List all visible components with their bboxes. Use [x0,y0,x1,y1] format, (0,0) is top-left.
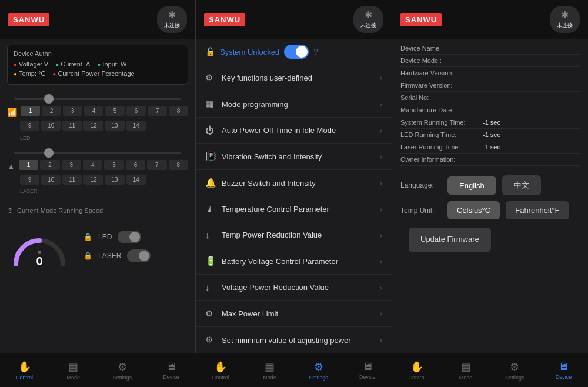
led-num-7[interactable]: 7 [148,106,167,116]
input-label: Input: [102,61,119,68]
menu-item-auto-power-off[interactable]: ⏻ Auto Power Off Time in Idle Mode › [196,118,392,144]
right-nav-control[interactable]: ✋ Control [392,353,441,387]
system-unlock-toggle[interactable] [284,45,309,59]
power-pct-dot: ● [52,71,56,77]
menu-item-voltage-reduction-label: Voltage Power Reduction Value [222,283,379,292]
right-nav-device[interactable]: 🖥 Device [539,353,588,387]
left-nav-control[interactable]: ✋ Control [0,353,49,387]
led-num-2[interactable]: 2 [42,106,61,116]
laser-num-11[interactable]: 11 [62,175,82,185]
right-nav-settings[interactable]: ⚙ Settings [490,353,539,387]
menu-item-temp-control[interactable]: 🌡 Temperature Control Parameter › [196,196,392,222]
temp-control-icon: 🌡 [205,204,222,214]
led-toggle-switch[interactable] [118,231,141,243]
menu-item-temp-reduction[interactable]: ↓ Temp Power Reduction Value › [196,222,392,248]
menu-item-vibration-label: Vibration Switch and Intensity [222,152,379,161]
help-icon[interactable]: ? [313,47,318,56]
chinese-btn[interactable]: 中文 [502,175,541,195]
right-control-icon: ✋ [410,361,423,373]
laser-num-13[interactable]: 13 [105,175,125,185]
laser-toggle-switch[interactable] [127,249,151,262]
auto-power-off-chevron: › [379,126,382,135]
right-nav-mode[interactable]: ▤ Mode [442,353,490,387]
celsius-btn[interactable]: Celsius°C [447,201,500,219]
laser-num-12[interactable]: 12 [83,175,103,185]
manufacture-date-row: Manufacture Date: [400,104,580,116]
left-panel: SANWU ✱ 未连接 Device Authn ● Voltage: V ● … [0,0,196,353]
laser-num-14[interactable]: 14 [126,175,146,185]
middle-bluetooth-btn[interactable]: ✱ 未连接 [353,6,383,33]
middle-bt-label: 未连接 [360,22,376,29]
laser-num-3[interactable]: 3 [62,160,81,170]
led-num-1[interactable]: 1 [21,106,40,116]
laser-num-4[interactable]: 4 [83,160,102,170]
middle-nav-settings[interactable]: ⚙ Settings [294,353,343,387]
laser-num-1[interactable]: 1 [19,160,38,170]
menu-item-key-functions[interactable]: ⚙ Key functions user-defined › [196,65,392,91]
led-wifi-icon: 📶 [7,108,17,117]
left-nav-device[interactable]: 🖥 Device [147,353,196,387]
update-firmware-btn[interactable]: Update Firmware [409,228,491,252]
laser-num-9[interactable]: 9 [20,175,39,185]
laser-num-5[interactable]: 5 [104,160,123,170]
menu-item-min-power[interactable]: ⚙ Set minimum value of adjusting power › [196,327,392,353]
led-num-5[interactable]: 5 [105,106,125,116]
middle-nav-device[interactable]: 🖥 Device [343,353,392,387]
gauge-container: 0 [7,220,72,273]
left-settings-label: Settings [113,375,132,381]
laser-num-8[interactable]: 8 [169,160,188,170]
laser-num-10[interactable]: 10 [41,175,61,185]
buzzer-icon: 🔔 [205,178,222,188]
menu-item-temp-control-label: Temperature Control Parameter [222,205,379,213]
menu-item-key-functions-label: Key functions user-defined [222,74,379,82]
menu-item-buzzer[interactable]: 🔔 Buzzer Switch and Intensity › [196,170,392,196]
led-num-14[interactable]: 14 [126,121,146,131]
vibration-chevron: › [379,152,382,161]
left-bluetooth-btn[interactable]: ✱ 未连接 [157,6,187,33]
input-val: W [121,61,126,68]
middle-nav-control[interactable]: ✋ Control [196,353,245,387]
laser-slider-track[interactable] [14,152,181,154]
menu-item-vibration[interactable]: 📳 Vibration Switch and Intensity › [196,144,392,170]
device-authn: Device Authn [14,50,182,57]
laser-num-7[interactable]: 7 [147,160,166,170]
laser-num-6[interactable]: 6 [126,160,145,170]
led-num-13[interactable]: 13 [105,121,125,131]
middle-control-icon: ✋ [214,361,227,373]
vibration-icon: 📳 [205,151,222,162]
led-num-3[interactable]: 3 [63,106,82,116]
led-num-12[interactable]: 12 [83,121,103,131]
led-slider-container [7,95,188,106]
left-nav-section: ✋ Control ▤ Mode ⚙ Settings 🖥 Device [0,353,196,387]
left-nav-settings[interactable]: ⚙ Settings [98,353,146,387]
menu-item-mode-programming[interactable]: ▦ Mode programming › [196,91,392,118]
speed-section: ⏱ Current Mode Running Speed 0 [0,201,195,279]
laser-toggle-label: LASER [98,252,121,260]
laser-slider-thumb[interactable] [44,148,54,158]
menu-item-battery-voltage[interactable]: 🔋 Battery Voltage Control Parameter › [196,248,392,275]
led-toggle-item: 🔒 LED [83,231,151,243]
left-nav-mode[interactable]: ▤ Mode [49,353,98,387]
led-num-4[interactable]: 4 [84,106,103,116]
led-slider-thumb[interactable] [44,94,54,104]
key-functions-chevron: › [379,73,382,82]
led-num-6[interactable]: 6 [126,106,146,116]
middle-device-icon: 🖥 [362,361,373,373]
led-num-8[interactable]: 8 [169,106,188,116]
left-logo: SANWU [8,13,49,26]
laser-running-time-value: -1 sec [483,144,500,151]
middle-nav-mode[interactable]: ▤ Mode [245,353,294,387]
led-num-11[interactable]: 11 [62,121,82,131]
led-slider-track[interactable] [14,98,181,100]
led-num-10[interactable]: 10 [41,121,61,131]
laser-num-2[interactable]: 2 [40,160,59,170]
menu-item-max-power[interactable]: ⚙ Max Power Limit › [196,301,392,327]
right-bluetooth-btn[interactable]: ✱ 未连接 [550,6,580,33]
fahrenheit-btn[interactable]: Fahrenheit°F [506,201,569,219]
laser-running-time-label: Laser Running Time: [400,144,483,151]
english-btn[interactable]: English [447,176,496,195]
auto-power-off-icon: ⏻ [205,125,222,135]
speed-clock-icon: ⏱ [7,207,14,214]
menu-item-voltage-reduction[interactable]: ↓ Voltage Power Reduction Value › [196,275,392,301]
led-num-9[interactable]: 9 [20,121,39,131]
